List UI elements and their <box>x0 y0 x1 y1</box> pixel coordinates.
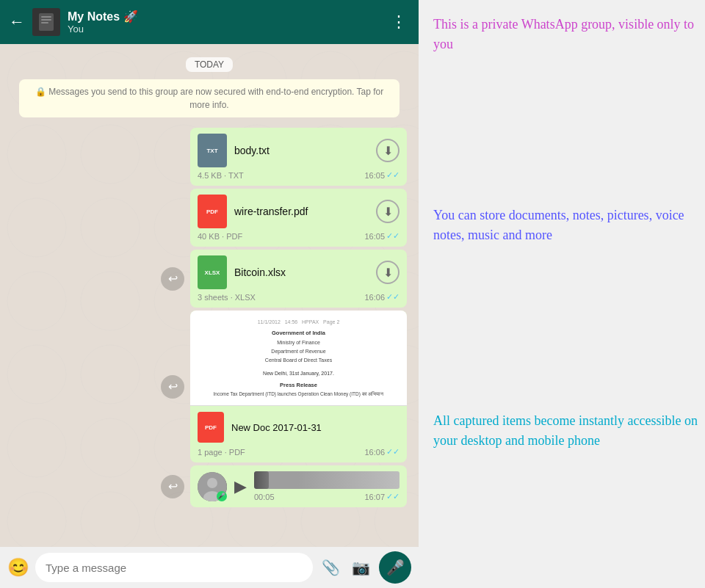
avatar <box>32 8 60 36</box>
file-type-icon: PDF <box>198 195 227 228</box>
file-meta: 1 page · PDF 16:06 ✓✓ <box>198 447 400 457</box>
header-title: My Notes 🚀 <box>68 10 380 23</box>
voice-duration: 00:05 <box>254 493 275 501</box>
message-row-with-forward: ↩ 🎤 ▶ <box>12 465 407 507</box>
message-time: 16:05 ✓✓ <box>364 231 400 241</box>
message-time: 16:05 ✓✓ <box>364 170 400 180</box>
file-meta: 40 KB · PDF 16:05 ✓✓ <box>198 231 400 241</box>
message-row-with-forward: ↩ XLSX Bitcoin.xlsx ⬇ 3 sheets · XLSX 16… <box>12 250 407 308</box>
emoji-button[interactable]: 😊 <box>7 557 29 578</box>
file-type-icon: TXT <box>198 134 227 167</box>
camera-button[interactable]: 📷 <box>349 556 373 579</box>
svg-point-5 <box>207 478 217 488</box>
forward-button[interactable]: ↩ <box>161 375 184 399</box>
doc-info: PDF New Doc 2017-01-31 1 page · PDF 16:0… <box>190 406 407 462</box>
annotation-panel: This is a private WhatsApp group, visibl… <box>419 0 705 588</box>
annotation-store-docs: You can store documents, notes, pictures… <box>433 206 698 245</box>
menu-button[interactable]: ⋮ <box>388 10 410 35</box>
file-meta: 3 sheets · XLSX 16:06 ✓✓ <box>198 292 400 302</box>
voice-bubble: 🎤 ▶ 00:05 16:07 ✓✓ <box>190 465 407 507</box>
doc-preview-bubble: 11/1/2012 14:56 HPPAX Page 2 Government … <box>190 311 407 462</box>
file-meta: 4.5 KB · TXT 16:05 ✓✓ <box>198 170 400 180</box>
file-type-icon: PDF <box>198 412 224 443</box>
header-subtitle: You <box>68 23 380 35</box>
message-time: 16:06 ✓✓ <box>364 292 400 302</box>
phone-container: ← My Notes 🚀 You ⋮ TODAY 🔒 Messages you … <box>0 0 419 588</box>
file-bubble: TXT body.txt ⬇ 4.5 KB · TXT 16:05 ✓✓ <box>190 128 407 186</box>
read-check: ✓✓ <box>386 170 400 180</box>
message-time: 16:07 ✓✓ <box>364 492 400 501</box>
read-check: ✓✓ <box>386 447 400 457</box>
download-button[interactable]: ⬇ <box>376 261 400 284</box>
input-bar: 😊 📎 📷 🎤 <box>0 547 419 588</box>
encryption-notice[interactable]: 🔒 Messages you send to this group are no… <box>19 79 400 117</box>
file-name: Bitcoin.xlsx <box>234 266 369 278</box>
preview-content: 11/1/2012 14:56 HPPAX Page 2 Government … <box>214 318 384 399</box>
file-bubble: PDF wire-transfer.pdf ⬇ 40 KB · PDF 16:0… <box>190 189 407 247</box>
read-check: ✓✓ <box>386 292 400 302</box>
download-button[interactable]: ⬇ <box>376 200 400 223</box>
back-button[interactable]: ← <box>9 12 25 32</box>
document-preview: 11/1/2012 14:56 HPPAX Page 2 Government … <box>190 311 407 406</box>
read-check: ✓✓ <box>386 492 400 501</box>
message-time: 16:06 ✓✓ <box>364 447 400 457</box>
annotation-private-group: This is a private WhatsApp group, visibl… <box>433 15 698 54</box>
attach-button[interactable]: 📎 <box>319 556 343 579</box>
mic-button[interactable]: 🎤 <box>379 551 411 584</box>
file-name: body.txt <box>234 145 369 156</box>
message-input[interactable] <box>35 553 313 582</box>
svg-rect-2 <box>41 19 51 21</box>
file-bubble: XLSX Bitcoin.xlsx ⬇ 3 sheets · XLSX 16:0… <box>190 250 407 308</box>
waveform: 00:05 16:07 ✓✓ <box>254 471 400 501</box>
message-row-with-forward: ↩ 11/1/2012 14:56 HPPAX Page 2 Governmen… <box>12 311 407 462</box>
svg-rect-3 <box>41 22 48 23</box>
annotation-accessible: All captured items become instantly acce… <box>433 411 698 451</box>
message-row: PDF wire-transfer.pdf ⬇ 40 KB · PDF 16:0… <box>12 189 407 247</box>
download-button[interactable]: ⬇ <box>376 139 400 162</box>
file-type-icon: XLSX <box>198 255 227 289</box>
read-check: ✓✓ <box>386 231 400 241</box>
chat-header: ← My Notes 🚀 You ⋮ <box>0 0 419 44</box>
date-badge: TODAY <box>12 57 407 70</box>
file-name: wire-transfer.pdf <box>234 206 369 217</box>
header-info: My Notes 🚀 You <box>68 10 380 35</box>
forward-button[interactable]: ↩ <box>161 475 184 498</box>
play-button[interactable]: ▶ <box>234 477 247 496</box>
message-row: TXT body.txt ⬇ 4.5 KB · TXT 16:05 ✓✓ <box>12 128 407 186</box>
mic-badge-icon: 🎤 <box>217 491 227 501</box>
forward-button[interactable]: ↩ <box>161 267 184 291</box>
chat-body: TODAY 🔒 Messages you send to this group … <box>0 44 419 547</box>
voice-sender-avatar: 🎤 <box>198 472 227 501</box>
file-name: New Doc 2017-01-31 <box>231 422 400 433</box>
svg-rect-1 <box>41 16 51 18</box>
waveform-bar <box>254 471 400 489</box>
